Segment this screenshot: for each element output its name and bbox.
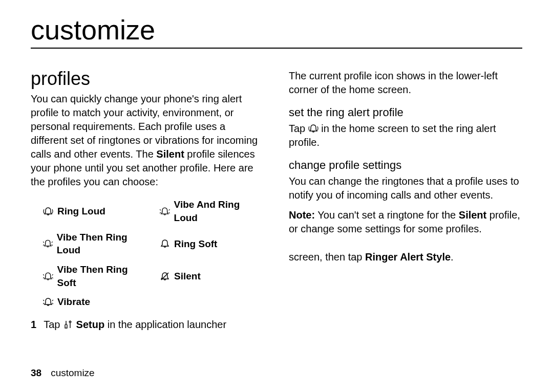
section-title-profiles: profiles <box>31 69 264 89</box>
vibrate-icon <box>43 297 53 307</box>
right-column: The current profile icon shows in the lo… <box>289 69 522 332</box>
note-silent: Silent <box>459 209 486 221</box>
step-1: 1 Tap Setup in the application launcher <box>31 318 264 332</box>
silent-word: Silent <box>156 148 184 160</box>
manual-page: customize profiles You can quickly chang… <box>0 0 553 392</box>
chapter-title: customize <box>31 15 522 45</box>
subheading-set-ring-alert: set the ring alert profile <box>289 106 522 119</box>
set-ring-alert-text: Tap in the home screen to set the ring a… <box>289 122 522 149</box>
profile-vibe-then-ring-loud: Vibe Then Ring Loud <box>43 231 147 257</box>
left-column: profiles You can quickly change your pho… <box>31 69 264 332</box>
cont-pre: screen, then tap <box>289 251 365 263</box>
vibe-then-ring-loud-icon <box>43 238 53 249</box>
ringer-alert-style: Ringer Alert Style <box>365 251 451 263</box>
vibe-then-ring-soft-icon <box>43 271 53 281</box>
step-number: 1 <box>31 318 41 332</box>
step-text-pre: Tap <box>44 319 63 330</box>
chapter-rule <box>31 48 522 49</box>
note-pre: You can't set a ringtone for the <box>315 209 459 221</box>
change-profile-text: You can change the ringtones that a prof… <box>289 175 522 202</box>
note-label: Note: <box>289 209 315 221</box>
note-paragraph: Note: You can't set a ringtone for the S… <box>289 208 522 236</box>
two-column-layout: profiles You can quickly change your pho… <box>31 69 522 332</box>
profiles-intro: You can quickly change your phone's ring… <box>31 92 264 189</box>
profile-label: Vibe Then Ring Loud <box>57 231 147 257</box>
footer-section: customize <box>51 367 95 378</box>
profile-label: Silent <box>174 270 201 283</box>
ring-loud-icon <box>43 206 53 216</box>
profiles-grid: Ring Loud Vibe And Ring Loud Vibe Then R… <box>43 198 264 308</box>
profile-silent: Silent <box>160 263 264 289</box>
profile-vibe-and-ring-loud: Vibe And Ring Loud <box>160 198 264 224</box>
set-ring-post: in the home screen to set the ring alert… <box>289 123 496 148</box>
profile-vibe-then-ring-soft: Vibe Then Ring Soft <box>43 263 147 289</box>
setup-word: Setup <box>76 319 105 330</box>
continuation-line: screen, then tap Ringer Alert Style. <box>289 250 522 264</box>
vibe-and-ring-loud-icon <box>160 206 170 216</box>
silent-icon <box>160 271 170 281</box>
profile-ring-loud: Ring Loud <box>43 198 147 224</box>
set-ring-pre: Tap <box>289 123 308 134</box>
ring-soft-icon <box>160 238 170 249</box>
ring-profile-icon <box>308 123 318 134</box>
subheading-change-profile: change profile settings <box>289 159 522 171</box>
profile-label: Ring Loud <box>57 205 105 218</box>
profile-vibrate: Vibrate <box>43 295 147 309</box>
profile-label: Vibe Then Ring Soft <box>57 263 147 289</box>
profile-label: Ring Soft <box>174 237 217 251</box>
profile-ring-soft: Ring Soft <box>160 231 264 257</box>
profile-label: Vibe And Ring Loud <box>174 198 264 224</box>
profile-label: Vibrate <box>57 295 90 309</box>
current-profile-note: The current profile icon shows in the lo… <box>289 69 522 97</box>
page-footer: 38customize <box>31 366 95 380</box>
page-number: 38 <box>31 367 41 378</box>
setup-icon <box>63 319 73 330</box>
step-text-post: in the application launcher <box>104 319 226 330</box>
cont-post: . <box>451 251 454 263</box>
